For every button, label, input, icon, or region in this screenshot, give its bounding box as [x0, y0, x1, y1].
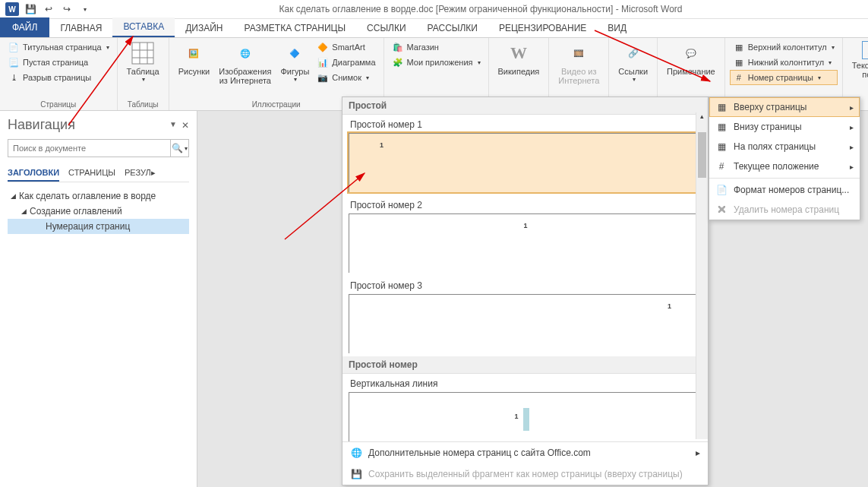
myapps-button[interactable]: 🧩Мои приложения▾: [389, 55, 484, 70]
textbox-button[interactable]: AТекстовое поле: [847, 40, 868, 81]
search-box: 🔍▾: [8, 139, 189, 157]
chart-button[interactable]: 📊Диаграмма: [314, 55, 378, 70]
search-button[interactable]: 🔍▾: [170, 140, 188, 157]
outline-tree: ◢Как сделать оглавление в ворде ◢Создани…: [8, 188, 189, 234]
online-pictures-icon: 🌐: [233, 41, 257, 65]
page-break-button[interactable]: ⤓Разрыв страницы: [5, 70, 112, 85]
outline-item[interactable]: ◢Создание оглавлений: [8, 204, 189, 219]
page-number-gallery: Простой Простой номер 1 1 Простой номер …: [342, 96, 709, 485]
remove-icon: 🗙: [715, 204, 728, 216]
comment-icon: 💬: [679, 41, 703, 65]
page-number-menu: ▦Вверху страницы▸ ▦Внизу страницы▸ ▦На п…: [709, 96, 860, 220]
table-icon: [131, 41, 155, 65]
tab-home[interactable]: ГЛАВНАЯ: [49, 19, 112, 37]
gallery-preview-vertical-line[interactable]: 1: [349, 392, 702, 441]
page-number-button[interactable]: #Номер страницы▾: [730, 70, 838, 85]
chevron-right-icon: ▸: [850, 103, 854, 112]
word-app-icon[interactable]: W: [4, 1, 21, 17]
menu-bottom-of-page[interactable]: ▦Внизу страницы▸: [709, 117, 860, 137]
preview-number: 1: [380, 141, 383, 149]
screenshot-button[interactable]: 📷Снимок▾: [314, 70, 378, 85]
textbox-icon: A: [862, 41, 868, 59]
quick-access-toolbar: W 💾 ↩ ↪ ▾: [0, 1, 93, 17]
nav-dropdown-icon[interactable]: ▼: [169, 120, 177, 131]
menu-remove-page-numbers: 🗙Удалить номера страниц: [709, 200, 860, 220]
nav-tab-results[interactable]: РЕЗУЛ▸: [125, 165, 156, 182]
tab-view[interactable]: ВИД: [597, 19, 637, 37]
online-video-button[interactable]: 🎞️Видео из Интернета: [554, 40, 604, 87]
store-button[interactable]: 🛍️Магазин: [389, 40, 484, 55]
tab-mailings[interactable]: РАССЫЛКИ: [417, 19, 488, 37]
links-icon: 🔗: [621, 41, 645, 65]
gallery-preview-simple-2[interactable]: 1: [349, 213, 702, 273]
gallery-preview-simple-1[interactable]: 1: [349, 133, 702, 192]
outline-item[interactable]: ◢Как сделать оглавление в ворде: [8, 188, 189, 204]
menu-current-position[interactable]: #Текущее положение▸: [709, 157, 860, 176]
pictures-button[interactable]: 🖼️Рисунки: [174, 40, 215, 77]
scroll-thumb[interactable]: [698, 132, 706, 178]
gallery-item-label: Простой номер 2: [349, 195, 702, 213]
menu-separator: [709, 178, 860, 179]
nav-tab-pages[interactable]: СТРАНИЦЫ: [68, 165, 115, 182]
tab-review[interactable]: РЕЦЕНЗИРОВАНИЕ: [488, 19, 597, 37]
redo-button[interactable]: ↪: [58, 1, 75, 17]
undo-button[interactable]: ↩: [40, 1, 57, 17]
svg-rect-0: [132, 43, 153, 64]
more-from-office-button[interactable]: 🌐Дополнительные номера страниц с сайта O…: [342, 442, 708, 463]
gallery-item-label: Простой номер 3: [349, 276, 702, 294]
tab-design[interactable]: ДИЗАЙН: [175, 19, 233, 37]
shapes-button[interactable]: 🔷Фигуры▾: [276, 40, 314, 84]
preview-number: 1: [523, 222, 527, 229]
nav-close-icon[interactable]: ✕: [181, 120, 189, 131]
ribbon-tabs: ФАЙЛ ГЛАВНАЯ ВСТАВКА ДИЗАЙН РАЗМЕТКА СТР…: [0, 19, 868, 38]
gallery-item-label: Простой номер 1: [349, 115, 702, 133]
group-pages: 📄Титульная страница▾ 📃Пустая страница ⤓Р…: [0, 38, 118, 110]
outline-item[interactable]: Нумерация страниц: [8, 219, 189, 234]
tab-insert[interactable]: ВСТАВКА: [112, 17, 175, 37]
collapse-icon[interactable]: ◢: [11, 192, 16, 200]
menu-top-of-page[interactable]: ▦Вверху страницы▸: [709, 97, 860, 117]
search-input[interactable]: [8, 140, 170, 157]
page-top-icon: ▦: [715, 101, 728, 113]
smartart-button[interactable]: 🔶SmartArt: [314, 40, 378, 55]
blank-page-button[interactable]: 📃Пустая страница: [5, 55, 112, 70]
footer-button[interactable]: ▦Нижний колонтитул▾: [730, 55, 838, 70]
navigation-title: Навигация: [8, 117, 75, 133]
online-pictures-button[interactable]: 🌐Изображения из Интернета: [214, 40, 276, 87]
navigation-pane: Навигация ▼ ✕ 🔍▾ ЗАГОЛОВКИ СТРАНИЦЫ РЕЗУ…: [0, 111, 197, 487]
chevron-right-icon: ▸: [696, 447, 700, 458]
blank-page-icon: 📃: [8, 56, 20, 68]
links-button[interactable]: 🔗Ссылки▾: [614, 40, 652, 84]
gallery-body[interactable]: Простой номер 1 1 Простой номер 2 1 Прос…: [342, 115, 708, 441]
cover-page-button[interactable]: 📄Титульная страница▾: [5, 40, 112, 55]
nav-tabs: ЗАГОЛОВКИ СТРАНИЦЫ РЕЗУЛ▸: [8, 165, 189, 182]
myapps-icon: 🧩: [392, 56, 404, 68]
footer-icon: ▦: [733, 56, 745, 68]
header-button[interactable]: ▦Верхний колонтитул▾: [730, 40, 838, 55]
comment-button[interactable]: 💬Примечание: [662, 40, 720, 77]
tab-layout[interactable]: РАЗМЕТКА СТРАНИЦЫ: [234, 19, 357, 37]
collapse-icon[interactable]: ◢: [21, 207, 27, 215]
wikipedia-button[interactable]: WВикипедия: [494, 40, 544, 77]
tab-file[interactable]: ФАЙЛ: [0, 17, 49, 37]
save-button[interactable]: 💾: [22, 1, 39, 17]
smartart-icon: 🔶: [317, 41, 329, 53]
menu-format-page-numbers[interactable]: 📄Формат номеров страниц...: [709, 180, 860, 200]
pictures-icon: 🖼️: [181, 41, 206, 65]
table-button[interactable]: Таблица▾: [122, 40, 164, 84]
nav-tab-headings[interactable]: ЗАГОЛОВКИ: [8, 165, 59, 182]
video-icon: 🎞️: [567, 41, 591, 65]
gallery-preview-simple-3[interactable]: 1: [349, 294, 702, 353]
save-selection-button: 💾Сохранить выделенный фрагмент как номер…: [342, 463, 708, 485]
shapes-icon: 🔷: [282, 41, 307, 65]
tab-references[interactable]: ССЫЛКИ: [356, 19, 416, 37]
page-margins-icon: ▦: [715, 141, 728, 153]
save-icon: 💾: [25, 4, 36, 14]
preview-number: 1: [668, 302, 671, 310]
chevron-right-icon: ▸: [850, 163, 854, 171]
gallery-scrollbar[interactable]: ▴: [696, 112, 708, 439]
current-pos-icon: #: [715, 160, 728, 172]
wikipedia-icon: W: [507, 41, 531, 65]
menu-page-margins[interactable]: ▦На полях страницы▸: [709, 137, 860, 157]
qat-customize[interactable]: ▾: [77, 1, 93, 17]
